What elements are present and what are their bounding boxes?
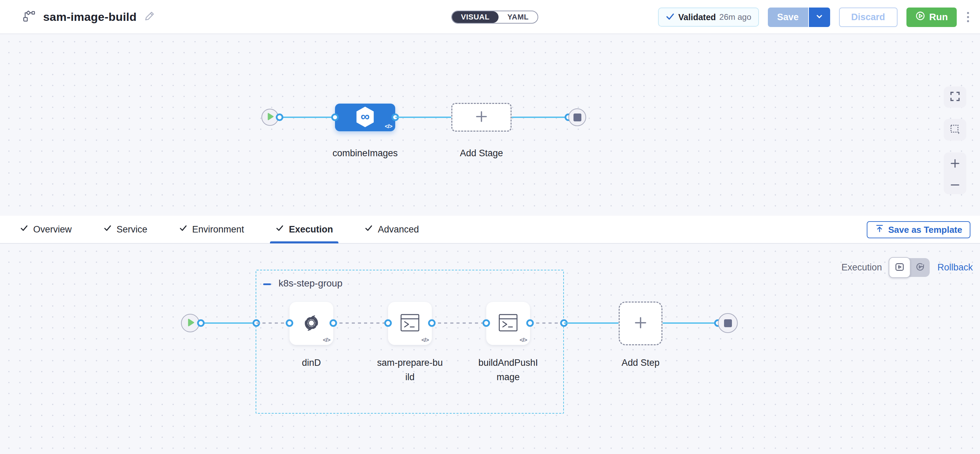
rollback-icon <box>915 262 925 273</box>
visual-yaml-toggle: VISUAL YAML <box>451 11 538 24</box>
execution-play-icon <box>895 262 904 273</box>
save-as-template-label: Save as Template <box>888 225 962 235</box>
step-node-buildandpushimage[interactable]: </> <box>486 302 530 345</box>
edge-addstage-to-end <box>512 117 568 118</box>
rollback-view-button[interactable] <box>910 258 930 277</box>
step-label[interactable]: sam-prepare-build <box>376 356 444 384</box>
chevron-down-icon <box>815 12 824 22</box>
tab-service[interactable]: Service <box>103 215 148 243</box>
add-step-label[interactable]: Add Step <box>606 356 675 370</box>
port[interactable] <box>428 319 436 327</box>
port[interactable] <box>526 319 534 327</box>
tab-label: Overview <box>33 224 72 235</box>
edge-dashed <box>333 322 388 324</box>
tab-overview[interactable]: Overview <box>20 215 72 243</box>
active-tab-underline <box>270 241 339 243</box>
stage-canvas[interactable]: ∞ </> combineImages Add Stage <box>0 34 980 216</box>
port[interactable] <box>482 319 490 327</box>
edge-dashed <box>432 322 486 324</box>
code-icon: </> <box>519 337 527 344</box>
tab-check-icon <box>364 224 373 235</box>
edge-start-to-group <box>201 322 256 324</box>
stop-square-icon <box>724 319 732 327</box>
port[interactable] <box>197 319 205 327</box>
svg-text:∞: ∞ <box>361 109 369 123</box>
zoom-in-icon[interactable] <box>950 158 961 170</box>
terminal-icon <box>400 313 420 333</box>
tab-check-icon <box>20 224 29 235</box>
stage-label[interactable]: combineImages <box>324 146 406 160</box>
tab-label: Advanced <box>378 224 419 235</box>
fullscreen-icon <box>950 91 960 103</box>
execution-rollback-switch: Execution Rollback <box>842 258 973 277</box>
add-stage-label[interactable]: Add Stage <box>447 146 515 160</box>
marquee-selection-icon <box>950 124 960 136</box>
toggle-visual[interactable]: VISUAL <box>452 11 498 23</box>
port[interactable] <box>276 113 283 121</box>
code-icon: </> <box>385 123 392 130</box>
toggle-yaml[interactable]: YAML <box>498 11 538 23</box>
tab-environment[interactable]: Environment <box>179 215 244 243</box>
pipeline-graph-icon <box>22 9 36 24</box>
plus-icon <box>473 108 490 126</box>
tab-advanced[interactable]: Advanced <box>364 215 419 243</box>
edit-pencil-icon[interactable] <box>144 11 155 23</box>
step-group-label[interactable]: k8s-step-group <box>278 278 342 289</box>
code-icon: </> <box>421 337 429 344</box>
play-triangle-icon <box>188 319 194 328</box>
tab-check-icon <box>103 224 112 235</box>
run-button[interactable]: Run <box>907 8 957 27</box>
code-icon: </> <box>323 337 330 344</box>
stage-node-combineimages[interactable]: ∞ </> <box>335 103 395 131</box>
step-node-dind[interactable]: </> <box>290 302 333 345</box>
add-stage-button[interactable] <box>451 103 512 132</box>
multi-select-button[interactable] <box>944 119 966 141</box>
more-options-kebab-icon[interactable] <box>966 10 970 24</box>
play-triangle-icon <box>267 113 274 122</box>
execution-canvas[interactable]: Execution Rollback k8s-step-group <box>0 244 980 454</box>
port[interactable] <box>384 319 392 327</box>
port[interactable] <box>286 319 293 327</box>
fullscreen-button[interactable] <box>944 86 966 108</box>
tab-execution[interactable]: Execution <box>275 215 333 243</box>
step-label[interactable]: buildAndPushImage <box>475 356 541 384</box>
page-title: sam-image-build <box>43 10 137 24</box>
validated-badge[interactable]: Validated 26m ago <box>658 8 759 27</box>
tab-check-icon <box>179 224 188 235</box>
save-split-button: Save <box>768 8 830 27</box>
edge-start-to-stage <box>280 117 335 118</box>
port[interactable] <box>329 319 337 327</box>
tab-check-icon <box>275 224 284 235</box>
execution-end-node <box>718 313 738 333</box>
pipeline-config-tabbar: Overview Service Environment Execution A… <box>0 216 980 244</box>
save-as-template-button[interactable]: Save as Template <box>867 221 970 238</box>
execution-mode-label: Execution <box>842 262 882 273</box>
validated-label: Validated <box>678 12 716 22</box>
edge-dashed <box>256 322 290 324</box>
save-button[interactable]: Save <box>768 8 809 27</box>
edge-group-to-addstep <box>564 322 619 324</box>
execution-view-button[interactable] <box>889 257 910 278</box>
tab-label: Environment <box>192 224 244 235</box>
edge-addstep-to-end <box>662 322 718 324</box>
terminal-icon <box>498 313 518 333</box>
step-label[interactable]: dinD <box>277 356 345 370</box>
validated-time: 26m ago <box>719 12 751 22</box>
add-step-button[interactable] <box>619 302 662 345</box>
edge-stage-to-addstage <box>395 117 451 118</box>
play-circle-icon <box>915 11 925 23</box>
tab-label: Service <box>117 224 148 235</box>
gear-sync-icon <box>301 312 322 335</box>
save-dropdown-button[interactable] <box>809 8 830 27</box>
upload-template-icon <box>875 224 884 235</box>
tab-label: Execution <box>289 224 333 235</box>
ci-hexagon-icon: ∞ <box>355 106 375 129</box>
discard-button[interactable]: Discard <box>839 8 897 27</box>
collapse-group-icon[interactable] <box>263 283 271 285</box>
check-icon <box>665 12 675 22</box>
zoom-out-icon[interactable] <box>950 183 961 189</box>
step-node-sam-prepare-build[interactable]: </> <box>388 302 432 345</box>
rollback-link[interactable]: Rollback <box>937 262 973 273</box>
run-label: Run <box>929 12 948 22</box>
port[interactable] <box>331 113 339 121</box>
